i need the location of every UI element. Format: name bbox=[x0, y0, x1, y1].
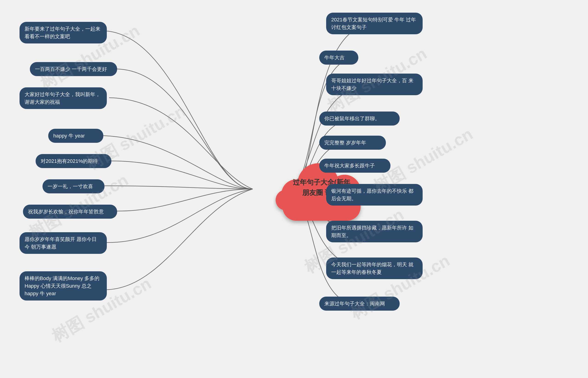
left-node-l3: 大家好过年句子大全，我叫新年， 谢谢大家的祝福 bbox=[20, 87, 107, 109]
left-node-l6: 一岁一礼，一寸欢喜 bbox=[42, 179, 104, 193]
left-node-l4: happy 牛 year bbox=[48, 129, 103, 143]
left-node-l5: 对2021抱有2021%的期待 bbox=[36, 154, 111, 168]
right-node-r10: 来源过年句子大全：闽南网 bbox=[319, 297, 400, 311]
left-node-l2: 一百两百不嫌少 一千两千会更好 bbox=[30, 62, 117, 76]
right-node-r6: 牛年祝大家多长跟牛子 bbox=[319, 159, 390, 173]
left-node-l7: 祝我岁岁长欢愉，祝你年年皆胜意 bbox=[23, 205, 117, 219]
left-node-l8: 愿你岁岁年年喜笑颜开 愿你今日今 朝万事遂愿 bbox=[20, 232, 107, 254]
left-node-l9: 棒棒的Body 满满的Money 多多的 Happy 心情天天很Sunny 总之… bbox=[20, 271, 107, 300]
left-node-l1: 新年要来了过年句子大全，一起来 看看不一样的文案吧 bbox=[20, 22, 107, 43]
right-node-r9: 今天我们一起等跨年的烟花，明天 就一起等来年的春秋冬夏 bbox=[326, 257, 423, 279]
right-node-r4: 你已被鼠年移出了群聊。 bbox=[319, 111, 400, 125]
right-node-r3: 哥哥姐姐过年好过年句子大全，百 来十块不嫌少 bbox=[326, 74, 423, 95]
right-node-r1: 2021春节文案短句特别可爱 牛年 过年讨红包文案句子 bbox=[326, 13, 423, 34]
right-node-r5: 完完整整 岁岁年年 bbox=[319, 136, 386, 150]
right-node-r7: 银河有迹可循，愿你去年的不快乐 都后会无期。 bbox=[326, 184, 423, 205]
right-node-r8: 把旧年所遇摒挡珍藏，愿新年所许 如期而至。 bbox=[326, 221, 423, 242]
right-node-r2: 牛年大吉 bbox=[319, 51, 358, 65]
